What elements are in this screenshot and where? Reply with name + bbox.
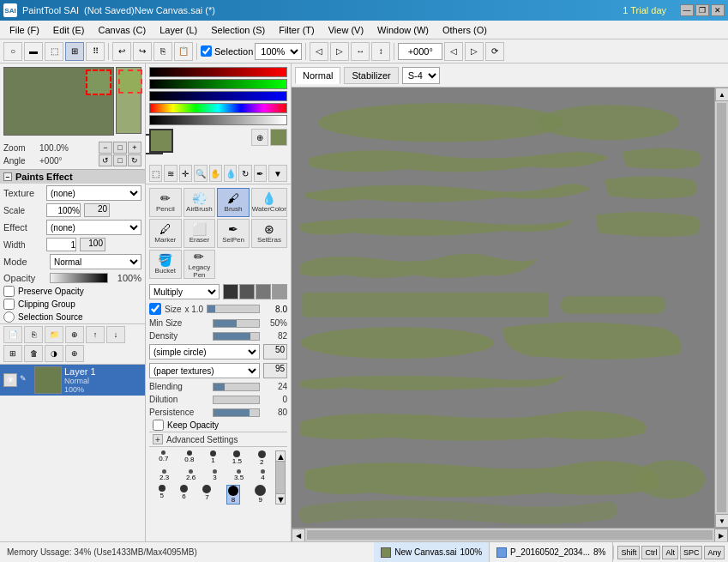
sel-move-tool[interactable]: ✛ — [179, 165, 192, 182]
toolbar-zoom-flip1[interactable]: ↔ — [351, 42, 370, 61]
clipping-group-checkbox[interactable] — [3, 299, 15, 310]
sel-hand-tool[interactable]: ✋ — [209, 165, 222, 182]
hue-bar[interactable] — [149, 103, 287, 113]
width-input[interactable] — [46, 238, 76, 251]
layer-folder[interactable]: 📁 — [45, 326, 63, 343]
legacypen-tool[interactable]: ✏ Legacy Pen — [184, 250, 216, 279]
menu-layer[interactable]: Layer (L) — [153, 22, 203, 38]
blend-color-light[interactable] — [272, 284, 287, 299]
layer-lock[interactable]: ✎ — [20, 374, 32, 386]
menu-edit[interactable]: Edit (E) — [47, 22, 91, 38]
dot-cell-35[interactable]: 3.5 — [234, 469, 244, 481]
size-checkbox[interactable] — [149, 303, 161, 315]
dot-cell-9[interactable]: 9 — [255, 485, 266, 505]
toolbar-rect-tool[interactable]: ▬ — [24, 42, 43, 61]
blue-bar[interactable] — [149, 91, 287, 101]
toolbar-angle-reset[interactable]: ⟳ — [485, 42, 504, 61]
status-tab-2[interactable]: P_20160502_2034... 8% — [490, 542, 613, 562]
angle-input[interactable] — [398, 43, 442, 60]
seleras-tool[interactable]: ⊛ SelEras — [251, 219, 287, 248]
dot-cell-8[interactable]: 8 — [226, 485, 240, 505]
layer-item[interactable]: 👁 ✎ Layer 1 Normal 100% — [0, 365, 145, 396]
normal-mode-btn[interactable]: Normal — [295, 67, 340, 84]
scroll-up-btn[interactable]: ▲ — [715, 88, 728, 101]
scroll-down-btn[interactable]: ▼ — [715, 514, 728, 528]
layer-new[interactable]: 📄 — [3, 326, 22, 343]
zoom-reset[interactable]: □ — [113, 142, 127, 154]
toolbar-zoom-prev[interactable]: ◁ — [310, 42, 328, 61]
brush-tool[interactable]: 🖌 Brush — [217, 188, 250, 217]
menu-selection[interactable]: Selection (S) — [205, 22, 271, 38]
toolbar-zoom-flip2[interactable]: ↕ — [371, 42, 390, 61]
stabilizer-btn[interactable]: Stabilizer — [344, 67, 398, 84]
texture-sel-select[interactable]: (paper textures) — [149, 363, 260, 378]
layer-move-up[interactable]: ↑ — [86, 326, 105, 343]
selection-percent-select[interactable]: 100% — [255, 43, 302, 60]
angle-ccw[interactable]: ↺ — [99, 154, 112, 166]
status-tab-1[interactable]: New Canvas.sai 100% — [374, 542, 490, 562]
dot-scroll-down[interactable]: ▼ — [276, 493, 285, 504]
sel-rect-tool[interactable]: ⬚ — [149, 165, 162, 182]
dot-cell-1[interactable]: 1 — [210, 450, 216, 466]
menu-filter[interactable]: Filter (T) — [273, 22, 321, 38]
dot-cell-3[interactable]: 3 — [213, 469, 217, 481]
eraser-tool[interactable]: ⬜ Eraser — [184, 219, 216, 248]
layer-merge[interactable]: ⊞ — [3, 345, 22, 362]
angle-reset[interactable]: □ — [113, 154, 127, 166]
layer-visibility[interactable]: 👁 — [3, 373, 17, 387]
min-size-slider[interactable] — [213, 319, 260, 328]
toolbar-angle-right[interactable]: ▷ — [465, 42, 484, 61]
selection-checkbox[interactable] — [201, 45, 212, 57]
dot-cell-15[interactable]: 1.5 — [232, 450, 242, 466]
toolbar-dots-tool[interactable]: ⠿ — [86, 42, 105, 61]
dot-cell-2[interactable]: 2 — [258, 450, 266, 466]
stabilizer-select[interactable]: S-4 S-1 S-2 S-3 S-4 S-5 S-7 — [402, 67, 440, 84]
gray-bar[interactable] — [149, 115, 287, 125]
layer-extra2[interactable]: ⊕ — [65, 345, 84, 362]
dot-scroll-up[interactable]: ▲ — [276, 451, 285, 462]
canvas-content[interactable] — [292, 88, 714, 528]
dot-cell-26[interactable]: 2.6 — [186, 469, 196, 481]
toolbar-paste[interactable]: 📋 — [174, 42, 193, 61]
angle-cw[interactable]: ↻ — [128, 154, 141, 166]
layer-move-down[interactable]: ↓ — [106, 326, 125, 343]
pencil-tool[interactable]: ✏ Pencil — [149, 188, 182, 217]
dot-cell-6[interactable]: 6 — [180, 485, 188, 505]
selection-check[interactable]: Selection — [201, 45, 253, 57]
selection-source-radio[interactable] — [3, 311, 15, 323]
dot-cell-5[interactable]: 5 — [159, 485, 165, 505]
menu-window[interactable]: Window (W) — [371, 22, 435, 38]
blend-mode-select[interactable]: Multiply — [149, 284, 220, 299]
menu-view[interactable]: View (V) — [322, 22, 370, 38]
mode-select[interactable]: Normal — [50, 254, 141, 269]
marker-tool[interactable]: 🖊 Marker — [149, 219, 182, 248]
keep-opacity-checkbox[interactable] — [153, 420, 164, 431]
advanced-settings[interactable]: + Advanced Settings — [149, 432, 287, 446]
paints-toggle[interactable]: − — [3, 172, 12, 181]
blend-color-black[interactable] — [223, 284, 238, 299]
blend-color-mid[interactable] — [256, 284, 271, 299]
dot-cell-08[interactable]: 0.8 — [184, 450, 194, 466]
layer-opacity[interactable]: ◑ — [45, 345, 63, 362]
layer-extra[interactable]: ⊕ — [65, 326, 84, 343]
dot-cell-07[interactable]: 0.7 — [159, 450, 168, 466]
toolbar-angle-left[interactable]: ◁ — [444, 42, 463, 61]
zoom-increase[interactable]: + — [128, 142, 141, 154]
menu-file[interactable]: File (F) — [3, 22, 45, 38]
sel-eyedrop[interactable]: 💧 — [224, 165, 237, 182]
layer-copy[interactable]: ⎘ — [24, 326, 43, 343]
menu-canvas[interactable]: Canvas (C) — [93, 22, 153, 38]
shape-select[interactable]: (simple circle) — [149, 344, 260, 360]
restore-button[interactable]: ❐ — [695, 4, 709, 16]
dot-scroll-thumb[interactable] — [276, 462, 285, 493]
scroll-thumb-h[interactable] — [307, 530, 713, 540]
blend-color-dark[interactable] — [239, 284, 255, 299]
toolbar-undo[interactable]: ↩ — [112, 42, 131, 61]
density-slider[interactable] — [213, 332, 260, 341]
close-button[interactable]: ✕ — [711, 4, 725, 16]
dot-cell-4[interactable]: 4 — [261, 469, 265, 481]
layer-delete[interactable]: 🗑 — [24, 345, 43, 362]
green-bar[interactable] — [149, 79, 287, 89]
toolbar-zoom-next[interactable]: ▷ — [330, 42, 349, 61]
fg-color-swatch[interactable] — [149, 129, 173, 153]
